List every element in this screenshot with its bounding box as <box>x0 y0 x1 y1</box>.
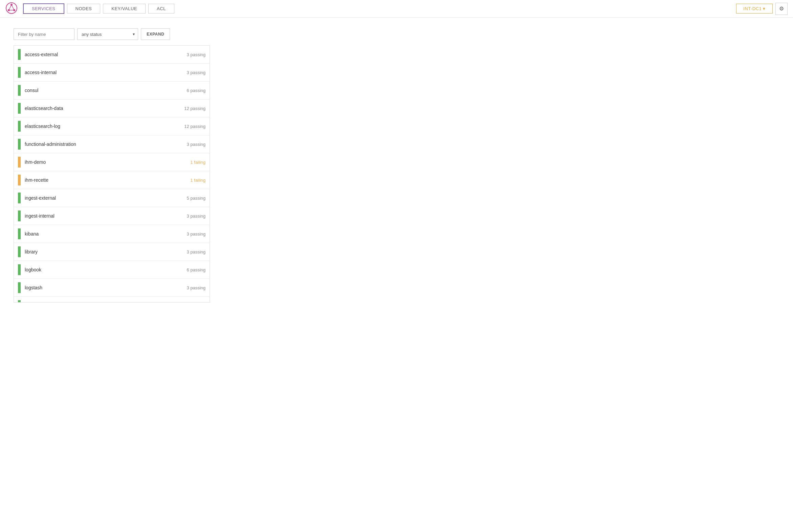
service-status-count: 3 passing <box>187 249 205 254</box>
service-row[interactable]: logstash3 passing <box>14 279 209 297</box>
svg-line-4 <box>12 5 14 10</box>
tab-acl[interactable]: ACL <box>148 4 174 14</box>
status-indicator <box>18 103 21 114</box>
service-row[interactable]: metadata3 passing <box>14 297 209 303</box>
status-indicator <box>18 175 21 186</box>
status-indicator <box>18 67 21 78</box>
service-status-count: 6 passing <box>187 88 205 93</box>
service-row[interactable]: access-external3 passing <box>14 46 209 64</box>
status-indicator <box>18 49 21 60</box>
gear-icon: ⚙ <box>779 5 784 12</box>
dc-selector-button[interactable]: INT-DC1 ▾ <box>736 4 773 14</box>
service-row[interactable]: library3 passing <box>14 243 209 261</box>
service-row[interactable]: functional-administration3 passing <box>14 135 209 153</box>
service-status-count: 12 passing <box>184 124 205 129</box>
service-row[interactable]: ihm-demo1 failing <box>14 153 209 171</box>
service-name: ingest-internal <box>25 213 187 218</box>
service-row[interactable]: ingest-external5 passing <box>14 189 209 207</box>
service-status-count: 12 passing <box>184 106 205 111</box>
service-status-count: 3 passing <box>187 231 205 236</box>
svg-line-6 <box>9 5 12 10</box>
service-name: access-internal <box>25 70 187 75</box>
service-row[interactable]: ingest-internal3 passing <box>14 207 209 225</box>
status-indicator <box>18 193 21 203</box>
service-name: kibana <box>25 231 187 236</box>
service-row[interactable]: logbook6 passing <box>14 261 209 279</box>
status-indicator <box>18 139 21 150</box>
service-status-count: 3 passing <box>187 285 205 290</box>
main-content: any status passing failing warning EXPAN… <box>0 18 793 314</box>
tab-services[interactable]: SERVICES <box>23 3 64 14</box>
service-row[interactable]: elasticsearch-data12 passing <box>14 99 209 117</box>
service-name: access-external <box>25 52 187 57</box>
service-status-count: 3 passing <box>187 70 205 75</box>
status-indicator <box>18 228 21 239</box>
service-status-count: 3 passing <box>187 213 205 218</box>
tab-nodes[interactable]: NODES <box>67 4 100 14</box>
status-indicator <box>18 210 21 221</box>
service-status-count: 6 passing <box>187 267 205 272</box>
status-filter-select[interactable]: any status passing failing warning <box>77 28 138 40</box>
service-status-count: 1 failing <box>190 160 205 165</box>
service-status-count: 3 passing <box>187 142 205 147</box>
service-row[interactable]: ihm-recette1 failing <box>14 171 209 189</box>
status-indicator <box>18 157 21 168</box>
status-filter-wrapper: any status passing failing warning <box>77 28 138 40</box>
service-name: elasticsearch-data <box>25 106 184 111</box>
status-indicator <box>18 282 21 293</box>
service-row[interactable]: consul6 passing <box>14 81 209 99</box>
filter-bar: any status passing failing warning EXPAN… <box>14 28 779 40</box>
service-status-count: 3 passing <box>187 52 205 57</box>
service-row[interactable]: kibana3 passing <box>14 225 209 243</box>
service-row[interactable]: access-internal3 passing <box>14 64 209 81</box>
service-name: ihm-recette <box>25 177 190 183</box>
top-nav: SERVICES NODES KEY/VALUE ACL INT-DC1 ▾ ⚙ <box>0 0 793 18</box>
services-list: access-external3 passingaccess-internal3… <box>14 45 210 303</box>
status-indicator <box>18 121 21 132</box>
expand-button[interactable]: EXPAND <box>141 28 170 40</box>
tab-keyvalue[interactable]: KEY/VALUE <box>103 4 146 14</box>
service-row[interactable]: elasticsearch-log12 passing <box>14 117 209 135</box>
service-status-count: 5 passing <box>187 196 205 201</box>
service-name: logbook <box>25 267 187 272</box>
service-name: functional-administration <box>25 141 187 147</box>
service-name: consul <box>25 88 187 93</box>
logo <box>5 2 20 15</box>
service-name: elasticsearch-log <box>25 124 184 129</box>
filter-by-name-input[interactable] <box>14 28 74 40</box>
status-indicator <box>18 264 21 275</box>
service-name: ingest-external <box>25 195 187 201</box>
service-status-count: 1 failing <box>190 178 205 183</box>
status-indicator <box>18 300 21 303</box>
service-name: library <box>25 249 187 254</box>
settings-button[interactable]: ⚙ <box>775 3 788 15</box>
status-indicator <box>18 85 21 96</box>
status-indicator <box>18 246 21 257</box>
service-name: ihm-demo <box>25 159 190 165</box>
service-name: logstash <box>25 285 187 290</box>
